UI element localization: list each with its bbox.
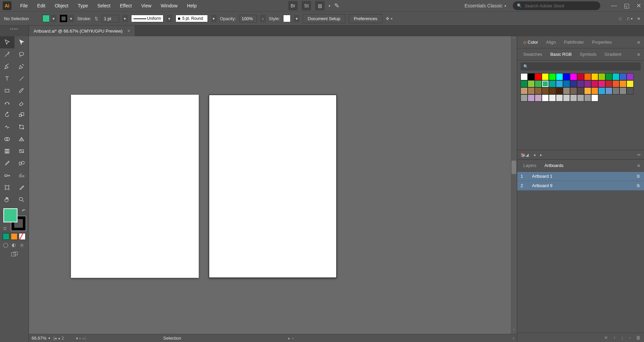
swatch-color[interactable] [627, 73, 634, 80]
graphic-style-swatch[interactable] [283, 15, 291, 22]
chevron-down-icon[interactable]: ▾ [69, 15, 74, 22]
panel-menu-icon[interactable]: ≡ [635, 38, 642, 46]
new-artboard-icon[interactable]: ▫ [629, 335, 631, 340]
swatch-color[interactable] [542, 94, 549, 101]
swatch-color[interactable] [535, 94, 542, 101]
swatch-color[interactable] [521, 73, 528, 80]
panel-menu-icon[interactable]: ≡ [635, 50, 642, 58]
swatch-color[interactable] [577, 73, 584, 80]
swatch-color[interactable] [570, 94, 577, 101]
color-mode-none[interactable]: ╱ [19, 233, 26, 240]
swatch-color[interactable] [584, 87, 591, 94]
fill-color-indicator[interactable] [3, 208, 17, 222]
direct-selection-tool[interactable] [14, 36, 29, 48]
swatch-color[interactable] [542, 73, 549, 80]
swatch-color[interactable] [619, 87, 627, 94]
magic-wand-tool[interactable] [0, 48, 14, 60]
arrange-dropdown-icon[interactable]: ▾ [329, 4, 330, 8]
screen-mode[interactable] [0, 249, 29, 259]
move-up-icon[interactable]: ↑ [613, 335, 616, 340]
stock-icon[interactable]: St [302, 1, 311, 10]
swatch-color[interactable] [556, 80, 563, 87]
swatch-color[interactable] [521, 80, 528, 87]
scrollbar-thumb[interactable] [512, 161, 516, 174]
stroke-weight-dropdown[interactable]: ▾ [122, 15, 128, 22]
chevron-down-icon[interactable]: ▾ [76, 336, 78, 341]
brush-definition[interactable]: 5 pt. Round [176, 15, 208, 22]
variable-width-profile[interactable]: Uniform [131, 15, 163, 22]
blend-tool[interactable] [14, 157, 29, 169]
artboard-tool[interactable] [0, 181, 14, 194]
swatch-color[interactable] [549, 73, 556, 80]
scroll-right-icon[interactable]: › [513, 336, 514, 341]
swatch-color[interactable] [563, 73, 570, 80]
swatch-color[interactable] [556, 87, 563, 94]
swatch-color[interactable] [570, 87, 577, 94]
scroll-left-icon[interactable]: ‹ [292, 336, 294, 341]
rotate-tool[interactable] [0, 109, 14, 121]
chevron-down-icon[interactable]: ▾ [51, 15, 56, 22]
swap-fill-stroke-icon[interactable]: ↶ [22, 208, 25, 213]
artboard-row[interactable]: 1Artboard 1🗎 [517, 172, 644, 181]
swatch-color[interactable] [591, 73, 598, 80]
swatch-color[interactable] [535, 80, 542, 87]
canvas[interactable]: ˄ ˅ 66.67% ▾ |◂ ◂ 2 ▾ ▸ ▸| Selection ▸ ‹ [29, 36, 517, 342]
swatch-color[interactable] [556, 73, 563, 80]
preferences-button[interactable]: Preferences [349, 14, 382, 23]
swatch-color[interactable] [577, 80, 584, 87]
tab-basic-rgb[interactable]: Basic RGB [546, 49, 576, 59]
swatch-color[interactable] [612, 73, 619, 80]
swatch-color[interactable] [521, 94, 528, 101]
swatch-color[interactable] [627, 80, 634, 87]
prev-swatch-icon[interactable]: ◂ [533, 153, 535, 157]
menu-object[interactable]: Object [50, 1, 73, 10]
shaper-tool[interactable] [0, 97, 14, 109]
tab-color[interactable]: Color [519, 37, 542, 47]
swatch-color[interactable] [542, 80, 549, 87]
next-artboard-icon[interactable]: ▸ [79, 336, 81, 341]
gpu-performance-icon[interactable]: ✎ [334, 2, 339, 9]
swatch-color[interactable] [528, 80, 535, 87]
swatch-color[interactable] [627, 87, 634, 94]
scroll-up-icon[interactable]: ˄ [511, 36, 517, 42]
symbol-sprayer-tool[interactable] [0, 169, 14, 181]
zoom-control[interactable]: 66.67% ▾ [32, 336, 50, 341]
tab-layers[interactable]: Layers [519, 160, 540, 171]
lasso-tool[interactable] [14, 48, 29, 60]
artboard-row[interactable]: 2Artboard 9🗎 [517, 181, 644, 190]
minimize-icon[interactable]: — [611, 2, 617, 9]
document-setup-button[interactable]: Document Setup [303, 14, 345, 23]
type-tool[interactable] [0, 73, 14, 85]
swatch-color[interactable] [605, 73, 612, 80]
vertical-scrollbar[interactable]: ˄ ˅ [511, 36, 517, 334]
swatch-color[interactable] [598, 80, 605, 87]
prev-artboard-icon[interactable]: ◂ [58, 336, 60, 341]
maximize-icon[interactable]: ◱ [624, 2, 630, 9]
opacity-input[interactable] [239, 15, 257, 23]
tab-symbols[interactable]: Symbols [576, 49, 601, 59]
tab-properties[interactable]: Properties [588, 37, 616, 47]
menu-edit[interactable]: Edit [33, 1, 50, 10]
width-profile-dropdown[interactable]: ▾ [167, 15, 172, 22]
rectangle-tool[interactable] [0, 85, 14, 97]
arrange-documents-icon[interactable]: ▥ [315, 1, 325, 10]
swatch-color[interactable] [584, 94, 591, 101]
curvature-tool[interactable] [14, 60, 29, 73]
workspace-switcher[interactable]: Essentials Classic ▾ [462, 2, 509, 10]
eyedropper-tool[interactable] [0, 157, 14, 169]
style-dropdown[interactable]: ▾ [294, 15, 299, 22]
pen-tool[interactable] [0, 60, 14, 73]
swatch-color[interactable] [598, 87, 605, 94]
swatch-color[interactable] [549, 80, 556, 87]
stroke-weight-input[interactable] [102, 15, 119, 23]
add-to-swatches-icon[interactable]: ✂ [637, 153, 641, 157]
swatch-color[interactable] [591, 87, 598, 94]
swatch-color[interactable] [591, 80, 598, 87]
tab-swatches[interactable]: Swatches [519, 49, 546, 59]
chevron-down-icon[interactable]: ▾ [48, 336, 50, 340]
artboard-options-icon[interactable]: 🗎 [636, 174, 641, 179]
brush-dropdown[interactable]: ▾ [211, 15, 217, 22]
swatch-color[interactable] [570, 73, 577, 80]
color-mode-gradient[interactable] [11, 233, 17, 240]
swatch-color[interactable] [542, 87, 549, 94]
